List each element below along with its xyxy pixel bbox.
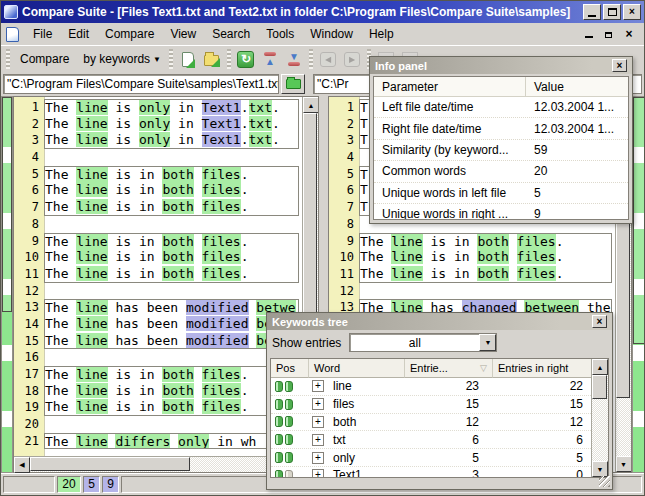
left-presence-book-icon bbox=[275, 452, 283, 463]
mdi-restore-button[interactable] bbox=[601, 27, 617, 41]
info-panel-titlebar[interactable]: Info panel × bbox=[370, 57, 632, 74]
line-text: The line is only in Text1.txt. bbox=[44, 99, 299, 116]
expand-button[interactable]: + bbox=[312, 469, 324, 477]
menu-item-window[interactable]: Window bbox=[302, 24, 361, 44]
maximize-button[interactable] bbox=[603, 4, 621, 20]
recompare-button[interactable]: ↻ bbox=[235, 49, 257, 69]
keyword-row[interactable]: +files1515 bbox=[271, 396, 591, 414]
entries-in-right-value: 22 bbox=[493, 379, 591, 393]
scroll-left-button[interactable]: ◀ bbox=[14, 457, 30, 473]
menu-item-help[interactable]: Help bbox=[361, 24, 402, 44]
compare-button[interactable]: Compare bbox=[13, 49, 76, 69]
scroll-down-button[interactable]: ▼ bbox=[592, 461, 608, 477]
left-comparison-map[interactable] bbox=[1, 96, 13, 473]
info-panel-close-button[interactable]: × bbox=[612, 59, 627, 72]
left-presence-book-icon bbox=[275, 416, 283, 427]
line-number: 11 bbox=[329, 266, 359, 283]
column-header-word[interactable]: Word bbox=[309, 359, 405, 378]
keywords-panel-titlebar[interactable]: Keywords tree × bbox=[267, 313, 612, 330]
expand-button[interactable]: + bbox=[312, 380, 324, 392]
menu-item-compare[interactable]: Compare bbox=[97, 24, 162, 44]
scroll-down-button[interactable]: ▼ bbox=[616, 456, 631, 472]
keywords-vertical-scrollbar[interactable]: ▲ ▼ bbox=[591, 359, 608, 477]
map-viewport-indicator[interactable] bbox=[2, 97, 12, 312]
common-keyword-highlight: files bbox=[202, 266, 241, 281]
close-button[interactable]: × bbox=[623, 4, 641, 20]
plain-text: . bbox=[241, 234, 249, 249]
compare-mode-dropdown[interactable]: by keywords bbox=[76, 49, 152, 69]
entries-in-left-value: 6 bbox=[405, 433, 493, 447]
toolbar-grip[interactable] bbox=[309, 49, 313, 69]
keyword-row[interactable]: +Text130 bbox=[271, 467, 591, 477]
toolbar-grip[interactable] bbox=[169, 49, 173, 69]
info-column-parameter[interactable]: Parameter bbox=[374, 77, 526, 96]
entries-in-right-value: 0 bbox=[493, 468, 591, 477]
left-text-area[interactable]: 1The line is only in Text1.txt.2The line… bbox=[14, 97, 302, 456]
resize-grip[interactable] bbox=[599, 476, 610, 487]
map-viewport-indicator[interactable] bbox=[633, 97, 645, 344]
new-comparison-button[interactable] bbox=[177, 49, 199, 69]
common-keyword-highlight: line bbox=[76, 249, 107, 264]
entries-in-left-value: 15 bbox=[405, 397, 493, 411]
expand-button[interactable]: + bbox=[312, 434, 324, 446]
scroll-up-button[interactable]: ▲ bbox=[592, 359, 608, 375]
open-files-button[interactable] bbox=[201, 49, 223, 69]
keyword-presence-cell bbox=[271, 416, 309, 427]
common-keyword-highlight: both bbox=[162, 383, 193, 398]
menu-item-view[interactable]: View bbox=[162, 24, 204, 44]
browse-left-file-button[interactable] bbox=[281, 74, 305, 94]
scrollbar-thumb[interactable] bbox=[592, 375, 607, 399]
scrollbar-thumb[interactable] bbox=[30, 457, 190, 471]
left-file-path-input[interactable]: "C:\Program Files\Compare Suite\samples\… bbox=[3, 74, 279, 94]
common-keyword-highlight: line bbox=[76, 316, 107, 331]
menu-item-search[interactable]: Search bbox=[204, 24, 258, 44]
plain-text: The bbox=[45, 234, 76, 249]
expand-button[interactable]: + bbox=[312, 416, 324, 428]
plain-text: The bbox=[45, 333, 76, 348]
toolbar-grip[interactable] bbox=[6, 49, 10, 69]
common-keyword-highlight: only bbox=[139, 100, 170, 115]
next-change-button[interactable]: ▼ bbox=[283, 49, 305, 69]
common-keyword-highlight: files bbox=[202, 399, 241, 414]
back-button[interactable]: ◀ bbox=[317, 49, 339, 69]
info-value: 5 bbox=[526, 186, 628, 200]
mdi-minimize-button[interactable] bbox=[581, 27, 597, 41]
title-bar[interactable]: Compare Suite - [Files Text1.txt and Tex… bbox=[1, 1, 644, 23]
menu-item-file[interactable]: File bbox=[25, 24, 60, 44]
maximize-icon bbox=[608, 8, 617, 16]
menu-item-edit[interactable]: Edit bbox=[60, 24, 97, 44]
entries-in-right-value: 6 bbox=[493, 433, 591, 447]
show-entries-combobox[interactable]: all ▼ bbox=[349, 333, 497, 352]
right-comparison-map[interactable] bbox=[632, 96, 645, 473]
column-header-entries-left[interactable]: Entrie... ▽ bbox=[405, 359, 493, 378]
keyword-row[interactable]: +only55 bbox=[271, 449, 591, 467]
info-value: 12.03.2004 1... bbox=[526, 100, 628, 114]
minimize-button[interactable] bbox=[583, 4, 601, 20]
info-row: Similarity (by keyword...59 bbox=[374, 140, 628, 161]
keyword-row[interactable]: +line2322 bbox=[271, 378, 591, 396]
unique-keyword-highlight: Text1 bbox=[202, 132, 241, 147]
toolbar-grip[interactable] bbox=[227, 49, 231, 69]
forward-button[interactable]: ▶ bbox=[341, 49, 363, 69]
column-header-entries-right[interactable]: Entries in right bbox=[493, 359, 591, 378]
expand-button[interactable]: + bbox=[312, 398, 324, 410]
common-keyword-highlight: both bbox=[477, 234, 508, 249]
expand-button[interactable]: + bbox=[312, 452, 324, 464]
scroll-up-button[interactable]: ▲ bbox=[303, 97, 318, 113]
line-number: 1 bbox=[14, 99, 44, 116]
info-row: Unique words in right ...9 bbox=[374, 204, 628, 220]
column-header-pos[interactable]: Pos bbox=[271, 359, 309, 378]
keywords-panel-close-button[interactable]: × bbox=[592, 315, 607, 328]
chevron-down-icon[interactable]: ▼ bbox=[152, 55, 166, 64]
combobox-dropdown-button[interactable]: ▼ bbox=[479, 334, 496, 351]
mdi-close-button[interactable]: × bbox=[621, 27, 637, 41]
keywords-table-header: Pos Word Entrie... ▽ Entries in right bbox=[271, 359, 591, 378]
info-column-value[interactable]: Value bbox=[526, 77, 628, 96]
keyword-row[interactable]: +both1212 bbox=[271, 414, 591, 432]
window-title: Compare Suite - [Files Text1.txt and Tex… bbox=[22, 5, 581, 19]
keyword-row[interactable]: +txt66 bbox=[271, 431, 591, 449]
mdi-controls: × bbox=[581, 27, 641, 41]
line-text: The line differs only in wh bbox=[44, 433, 299, 450]
menu-item-tools[interactable]: Tools bbox=[258, 24, 302, 44]
previous-change-button[interactable]: ▲ bbox=[259, 49, 281, 69]
